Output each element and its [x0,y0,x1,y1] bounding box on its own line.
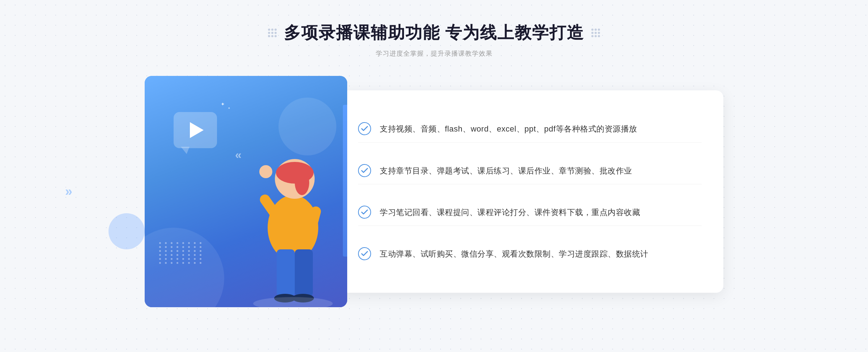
play-triangle [190,122,204,138]
svg-rect-8 [295,249,313,296]
star-decor-2: ✦ [228,107,230,110]
svg-point-11 [253,297,333,307]
left-circle-decor [109,213,145,249]
feature-text-1: 支持视频、音频、flash、word、excel、ppt、pdf等各种格式的资源… [380,122,637,136]
check-icon-3 [358,206,371,219]
feature-item-4: 互动弹幕、试听购买、微信分享、观看次数限制、学习进度跟踪、数据统计 [358,241,702,267]
content-area: » ✦ ✦ « [145,76,723,307]
feature-text-4: 互动弹幕、试听购买、微信分享、观看次数限制、学习进度跟踪、数据统计 [380,247,648,261]
blue-bar-decor [343,105,347,257]
feature-text-2: 支持章节目录、弹题考试、课后练习、课后作业、章节测验、批改作业 [380,164,632,177]
check-icon-1 [358,122,371,135]
person-illustration [224,119,347,307]
feature-item-1: 支持视频、音频、flash、word、excel、ppt、pdf等各种格式的资源… [358,116,702,142]
feature-item-3: 学习笔记回看、课程提问、课程评论打分、课件资料下载，重点内容收藏 [358,199,702,226]
svg-point-12 [358,123,371,135]
svg-point-3 [295,170,309,195]
check-icon-4 [358,247,371,260]
header-section: 多项录播课辅助功能 专为线上教学打造 学习进度全掌握，提升录播课教学效果 [268,22,600,58]
star-decor-1: ✦ [221,101,225,107]
decorative-dots-left [268,29,277,37]
main-title: 多项录播课辅助功能 专为线上教学打造 [284,22,584,44]
title-row: 多项录播课辅助功能 专为线上教学打造 [268,22,600,44]
svg-point-6 [259,165,272,178]
svg-point-15 [358,248,371,260]
subtitle: 学习进度全掌握，提升录播课教学效果 [376,49,493,58]
left-arrows-decor: » [65,184,72,199]
illustration-card: ✦ ✦ « [145,76,347,307]
svg-point-14 [358,206,371,218]
content-panel: 支持视频、音频、flash、word、excel、ppt、pdf等各种格式的资源… [336,90,723,293]
play-bubble [174,112,217,148]
svg-rect-7 [277,249,295,296]
illus-circle-large [145,228,224,307]
decorative-dots-right [591,29,600,37]
svg-point-13 [358,164,371,177]
check-icon-2 [358,164,371,177]
feature-item-2: 支持章节目录、弹题考试、课后练习、课后作业、章节测验、批改作业 [358,158,702,184]
feature-text-3: 学习笔记回看、课程提问、课程评论打分、课件资料下载，重点内容收藏 [380,206,640,219]
